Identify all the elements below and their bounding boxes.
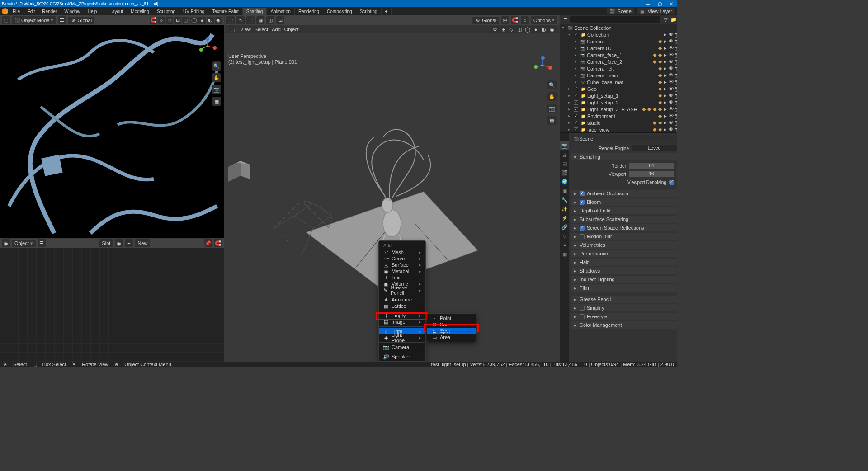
snap-node-icon[interactable]: 🧲: [214, 239, 222, 247]
gizmo-toggle-icon[interactable]: ◇: [508, 26, 515, 33]
shading-wire-icon[interactable]: ◯: [190, 17, 198, 24]
menu-item[interactable]: ✎Grease Pencil▸: [379, 287, 425, 293]
xray-icon[interactable]: ◫: [182, 17, 189, 24]
axis-gizmo[interactable]: [198, 36, 217, 56]
menu-item[interactable]: ⊹Empty▸: [379, 312, 425, 319]
menu-item[interactable]: 〰Curve▸: [379, 255, 425, 262]
camera-tool[interactable]: 📷: [212, 85, 221, 94]
menu-item[interactable]: ▭Area: [427, 334, 476, 340]
tree-item[interactable]: ▸📁studio◆◆▸👁📷: [560, 119, 677, 126]
tree-item[interactable]: ▸📁face_view◆◆▸👁📷: [560, 126, 677, 132]
mode-selector[interactable]: ⬛ Object Mode ▾: [12, 16, 56, 24]
overlay-icon[interactable]: ⊞: [174, 17, 181, 24]
property-panel[interactable]: ▸Freestyle: [571, 313, 677, 320]
snap-icon[interactable]: 🧲: [150, 17, 157, 24]
slot-selector[interactable]: Slot: [99, 239, 113, 247]
tab-output[interactable]: 🖨: [560, 150, 569, 159]
add-node-icon[interactable]: +: [125, 239, 133, 247]
shading-solid-icon[interactable]: ●: [198, 17, 206, 24]
proportional-icon[interactable]: ○: [158, 17, 165, 24]
menu-icon[interactable]: ☰: [38, 239, 46, 247]
workspace-tab[interactable]: Compositing: [323, 8, 356, 15]
property-panel[interactable]: ▸Bloom: [571, 198, 677, 206]
menu-render[interactable]: Render: [39, 8, 60, 15]
menu-item[interactable]: 🔊Speaker: [379, 353, 425, 360]
tree-item[interactable]: ▸▽Cube_base_mat◆▸👁📷: [560, 79, 677, 85]
panel-sampling[interactable]: ▾Sampling: [571, 153, 677, 160]
menu-item[interactable]: TText: [379, 274, 425, 281]
tab-texture[interactable]: ▦: [560, 250, 569, 259]
object-selector[interactable]: Object▾: [12, 240, 36, 247]
zoom-tool[interactable]: 🔍: [547, 80, 557, 89]
perspective-tool[interactable]: ▦: [547, 116, 557, 125]
editor-mode-icon[interactable]: ⬚: [228, 25, 236, 33]
viewlayer-selector[interactable]: ▤ View Layer: [637, 8, 675, 14]
outliner-search[interactable]: [570, 16, 660, 23]
tab-render[interactable]: 📷: [560, 141, 569, 150]
tab-data[interactable]: ▽: [560, 231, 569, 240]
workspace-tab[interactable]: Texture Paint: [208, 8, 242, 15]
shading-wire-icon[interactable]: ◯: [524, 26, 531, 33]
shading-solid-icon[interactable]: ●: [532, 26, 539, 33]
menu-item[interactable]: ☀Sun: [427, 321, 476, 328]
properties-content[interactable]: 🎬 Scene Render Engine Eevee ▾Sampling Re…: [569, 133, 677, 362]
tree-item[interactable]: ▾📁Collection▸👁📷: [560, 31, 677, 38]
submenu-object[interactable]: Object: [284, 27, 299, 32]
tree-root[interactable]: ▾🎬 Scene Collection: [560, 24, 677, 31]
menu-icon[interactable]: ☰: [58, 16, 66, 24]
filter-icon[interactable]: ⚙: [491, 26, 499, 33]
tree-item[interactable]: ▸📷Camera_face_1◆◆▸👁📷: [560, 52, 677, 58]
proportional-icon[interactable]: ○: [521, 16, 529, 24]
shading-matprev-icon[interactable]: ◐: [540, 26, 547, 33]
editor-type-icon[interactable]: ⬚: [2, 16, 10, 24]
tab-material[interactable]: ●: [560, 240, 569, 250]
viewport-samples[interactable]: 16: [629, 171, 674, 177]
camera-tool[interactable]: 📷: [547, 104, 557, 113]
axis-gizmo[interactable]: [533, 55, 553, 75]
orientation-selector[interactable]: ⊕ Global: [472, 17, 499, 24]
workspace-tab[interactable]: Layout: [106, 8, 127, 15]
engine-selector[interactable]: Eevee: [632, 145, 677, 151]
zoom-tool[interactable]: 🔍: [212, 61, 221, 71]
property-panel[interactable]: ▸Subsurface Scattering: [571, 216, 677, 223]
property-panel[interactable]: ▸Performance: [571, 250, 677, 257]
menu-help[interactable]: Help: [85, 8, 100, 15]
tab-world[interactable]: 🌍: [560, 177, 569, 186]
property-panel[interactable]: ▸Volumetrics: [571, 241, 677, 249]
pivot-icon[interactable]: ◎: [501, 16, 509, 24]
menu-item[interactable]: ◈Light Probe▸: [379, 334, 425, 341]
tree-item[interactable]: ▸📁Light_setup_3_FLASH◆◆◆◆▸👁📷: [560, 106, 677, 113]
menu-file[interactable]: File: [10, 8, 23, 15]
new-collection-icon[interactable]: 📁: [670, 16, 677, 23]
menu-item[interactable]: ▽Mesh▸: [379, 249, 425, 255]
tab-scene[interactable]: 🎬: [560, 168, 569, 177]
shading-rendered-icon[interactable]: ◉: [215, 17, 222, 24]
workspace-tab[interactable]: Animation: [267, 8, 294, 15]
property-panel[interactable]: ▸Indirect Lighting: [571, 276, 677, 283]
property-panel[interactable]: ▸Hair: [571, 259, 677, 266]
workspace-tab[interactable]: Scripting: [356, 8, 382, 15]
maximize-button[interactable]: ▢: [656, 1, 663, 6]
editor-type-icon[interactable]: ≣: [562, 16, 568, 23]
workspace-tab[interactable]: Shading: [243, 8, 267, 15]
menu-item[interactable]: 📷Camera: [379, 344, 425, 350]
node-editor-canvas[interactable]: [0, 248, 224, 362]
tab-particles[interactable]: ✨: [560, 204, 569, 213]
tab-modifiers[interactable]: 🔧: [560, 195, 569, 204]
menu-edit[interactable]: Edit: [24, 8, 38, 15]
tool3-icon[interactable]: ⊡: [276, 16, 284, 24]
tree-item[interactable]: ▸📁Light_setup_1◆▸👁📷: [560, 92, 677, 99]
shading-rendered-icon[interactable]: ◉: [548, 26, 556, 33]
tree-item[interactable]: ▸📁Light_setup_2◆▸👁📷: [560, 99, 677, 106]
snap-icon[interactable]: 🧲: [511, 16, 519, 24]
tree-item[interactable]: ▸📷Camera_main◆▸👁📷: [560, 72, 677, 79]
workspace-tab[interactable]: Sculpting: [153, 8, 179, 15]
overlay-icon[interactable]: ⊞: [500, 26, 507, 33]
workspace-tab[interactable]: UV Editing: [179, 8, 208, 15]
select-box-icon[interactable]: ⬚: [246, 16, 255, 24]
tab-viewlayer[interactable]: ▤: [560, 159, 569, 168]
context-breadcrumb[interactable]: 🎬 Scene: [571, 135, 677, 143]
menu-item[interactable]: ◉Metaball▸: [379, 268, 425, 274]
property-panel[interactable]: ▸Ambient Occlusion: [571, 190, 677, 197]
submenu-view[interactable]: View: [240, 27, 251, 32]
